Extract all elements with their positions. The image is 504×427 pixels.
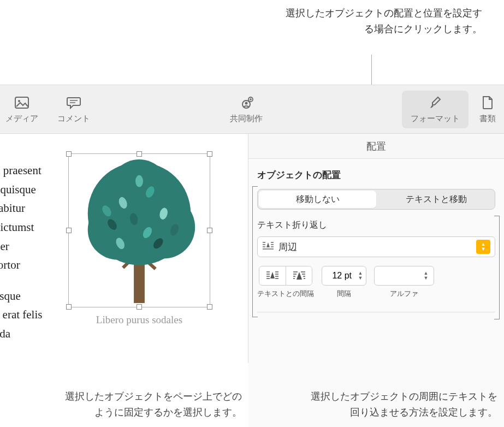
toolbar-label: 書類 (479, 114, 496, 124)
fit-rect-icon (266, 271, 279, 281)
tree-image (69, 154, 210, 307)
toolbar-comment[interactable]: コメント (57, 95, 90, 124)
wrap-around-icon (262, 241, 274, 252)
alpha-label: アルファ (390, 289, 418, 299)
toolbar-media[interactable]: メディア (5, 95, 38, 124)
resize-handle[interactable] (66, 228, 72, 233)
collaborate-icon (239, 95, 254, 110)
spacing-label: 間隔 (337, 289, 351, 299)
chevron-updown-icon: ▲▼ (476, 240, 490, 254)
toolbar-label: フォーマット (411, 114, 460, 124)
resize-handle[interactable] (207, 228, 212, 233)
toolbar-label: 共同制作 (230, 114, 263, 124)
format-brush-icon (428, 95, 443, 110)
section-title: オブジェクトの配置 (257, 169, 495, 181)
object-caption[interactable]: Libero purus sodales (68, 314, 210, 326)
resize-handle[interactable] (66, 151, 72, 157)
toolbar-label: メディア (5, 114, 38, 124)
resize-handle[interactable] (137, 304, 142, 310)
callout-bottom-right: 選択したオブジェクトの周囲にテキストを回り込ませる方法を設定します。 (309, 389, 497, 420)
resize-handle[interactable] (207, 304, 212, 310)
toolbar-label: コメント (57, 114, 90, 124)
spacing-input[interactable] (322, 271, 355, 281)
toolbar-collaborate[interactable]: 共同制作 (230, 95, 263, 124)
svg-rect-0 (15, 97, 28, 108)
segment-move-with-text[interactable]: テキストと移動 (377, 189, 495, 209)
document-body-text: d praesent . quisque rabitur dictumst pe… (0, 161, 66, 355)
arrange-inspector: オブジェクトの配置 移動しない テキストと移動 テキスト折り返し 周辺 ▲▼ テ… (248, 159, 504, 427)
callout-top: 選択したオブジェクトの配置と位置を設定する場合にクリックします。 (286, 5, 482, 37)
segment-stay-on-page[interactable]: 移動しない (259, 191, 376, 208)
alpha-stepper[interactable]: ▲▼ (374, 266, 434, 286)
text-fit-buttons (259, 266, 312, 286)
object-placement-segment: 移動しない テキストと移動 (257, 189, 495, 210)
text-wrap-label: テキスト折り返し (257, 220, 495, 231)
stepper-arrows-icon[interactable]: ▲▼ (420, 271, 431, 281)
resize-handle[interactable] (207, 151, 212, 157)
selected-object[interactable] (68, 153, 210, 307)
text-fit-rect-button[interactable] (259, 266, 286, 285)
svg-point-13 (109, 159, 169, 219)
toolbar-format[interactable]: フォーマット (402, 91, 469, 128)
toolbar: メディア コメント 共同制作 フォーマット 書類 (0, 85, 504, 134)
spacing-stepper[interactable]: ▲▼ (322, 266, 366, 286)
document-canvas: d praesent . quisque rabitur dictumst pe… (0, 134, 248, 363)
image-icon (14, 95, 29, 110)
text-fit-label: テキストとの間隔 (257, 289, 314, 299)
text-wrap-value: 周辺 (278, 241, 476, 253)
stepper-arrows-icon[interactable]: ▲▼ (355, 271, 366, 281)
text-fit-contour-button[interactable] (286, 266, 312, 285)
comment-icon (66, 95, 81, 110)
callout-bottom-left: 選択したオブジェクトをページ上でどのように固定するかを選択します。 (59, 389, 242, 420)
svg-point-1 (18, 100, 20, 102)
svg-point-5 (245, 102, 247, 104)
divider (257, 312, 495, 312)
panel-tab-arrange[interactable]: 配置 (248, 134, 504, 159)
resize-handle[interactable] (137, 151, 142, 157)
resize-handle[interactable] (66, 304, 72, 310)
toolbar-document[interactable]: 書類 (479, 95, 496, 124)
callout-bracket (494, 216, 500, 319)
svg-point-22 (135, 175, 143, 187)
callout-bracket (252, 186, 258, 317)
fit-contour-icon (293, 271, 306, 281)
text-wrap-select[interactable]: 周辺 ▲▼ (257, 236, 495, 257)
document-icon (480, 95, 495, 110)
